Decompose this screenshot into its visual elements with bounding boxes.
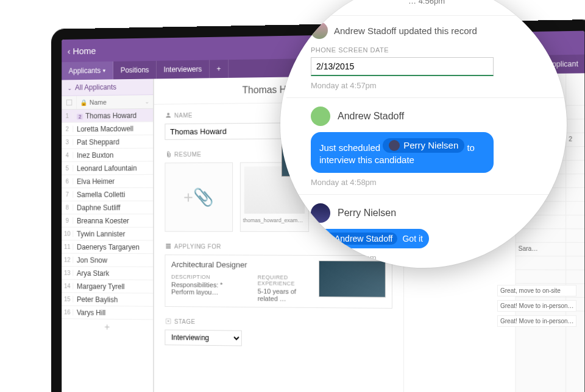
table-row[interactable]: 8Daphne Sutliff (62, 201, 153, 214)
row-index: 14 (62, 282, 73, 289)
person-icon (165, 111, 172, 119)
cell (516, 229, 566, 243)
table-row[interactable]: 12Jon Snow (62, 254, 153, 267)
row-index: 7 (62, 191, 73, 198)
chevron-down-icon: ⌄ (68, 85, 73, 91)
row-name: Leonard Lafountain (73, 164, 153, 172)
author-name: Andrew Stadoff (338, 111, 404, 122)
row-name: 2Thomas Howard (73, 111, 153, 120)
cell (566, 270, 584, 284)
stage-select[interactable]: Interviewing (165, 329, 241, 346)
row-name: Jon Snow (73, 256, 153, 264)
row-index: 10 (62, 231, 73, 237)
cell (566, 92, 584, 106)
row-index: 11 (62, 243, 73, 250)
table-row[interactable]: 2Loretta Macdowell (62, 122, 153, 136)
table-row[interactable]: 16Varys Hill (62, 306, 153, 320)
activity-timestamp: Monday at 4:58pm (311, 178, 542, 187)
table-row[interactable]: 4Inez Buxton (62, 149, 153, 162)
table-row[interactable]: 15Peter Baylish (62, 293, 153, 307)
comment-author-row: Andrew Stadoff (311, 107, 542, 126)
description-label: DESCRIPTION (171, 274, 246, 281)
avatar (389, 140, 400, 151)
attachment-filename: thomas_howard_example_re… (241, 217, 308, 227)
table-row[interactable]: 11Daenerys Targaryen (62, 240, 153, 254)
cell (566, 201, 584, 215)
row-name: Margaery Tyrell (73, 282, 153, 291)
row-index: 1 (62, 113, 73, 119)
linked-record-thumb (319, 261, 386, 298)
mention-chip[interactable]: Perry Nielsen (383, 138, 464, 153)
row-index: 13 (62, 270, 73, 276)
comment-bubble: Just scheduled Perry Nielsen to intervie… (311, 132, 494, 173)
row-name: Tywin Lannister (73, 229, 153, 238)
cell (566, 161, 584, 175)
row-index: 2 (62, 126, 73, 133)
row-name: Inez Buxton (73, 150, 153, 159)
comment-preview: Great, move to on-site (497, 285, 576, 296)
plus-clip-icon: +📎 (183, 187, 214, 207)
table-row[interactable]: 7Samella Colletti (62, 188, 153, 201)
activity-timestamp: Monday at 4:57pm (311, 81, 542, 90)
tab-add[interactable]: + (210, 60, 229, 78)
row-name: Elva Heimer (73, 177, 153, 186)
comment-preview: Great! Move to in-person… (497, 300, 576, 312)
link-icon (165, 242, 172, 250)
cell: 2 (566, 133, 584, 147)
filter-all-applicants[interactable]: ⌄All Applicants (62, 79, 153, 96)
table-row[interactable]: 14Margaery Tyrell (62, 280, 153, 294)
table-header: 🔒 Name ⌄ (62, 95, 153, 110)
row-name: Loretta Macdowell (73, 124, 153, 133)
row-name: Daenerys Targaryen (73, 243, 153, 251)
table-row[interactable]: 5Leonard Lafountain (62, 161, 153, 175)
row-name: Peter Baylish (73, 295, 153, 304)
cell (566, 106, 584, 120)
cell (516, 270, 566, 284)
row-index: 6 (62, 178, 73, 185)
table-row[interactable]: 3Pat Sheppard (62, 135, 153, 149)
back-home[interactable]: ‹ Home (68, 45, 96, 55)
table-row[interactable]: 12Thomas Howard (62, 109, 153, 123)
obscured-column-b: 2 (566, 73, 584, 392)
comment-author-row: Perry Nielsen (311, 203, 542, 223)
row-index: 15 (62, 296, 73, 303)
row-name: Breanna Koester (73, 217, 153, 225)
add-row[interactable]: + (62, 319, 153, 335)
obscured-comments: Great, move to on-site Great! Move to in… (497, 285, 576, 327)
field-label-phone-screen: PHONE SCREEN DATE (311, 46, 542, 54)
avatar (311, 107, 330, 126)
cell (516, 256, 566, 270)
row-name: Daphne Sutliff (73, 203, 153, 212)
phone-screen-date-input[interactable] (311, 57, 494, 76)
table-row[interactable]: 13Arya Stark (62, 267, 153, 280)
chevron-down-icon: ⌄ (145, 99, 150, 105)
cell (566, 215, 584, 229)
row-index: 5 (62, 165, 73, 172)
tab-applicants[interactable]: Applicants▾ (62, 61, 113, 80)
select-icon (165, 318, 172, 325)
author-name: Perry Nielsen (338, 208, 396, 219)
row-index: 3 (62, 139, 73, 145)
tab-interviewers[interactable]: Interviewers (157, 60, 210, 79)
field-label-stage: STAGE (165, 318, 392, 327)
row-index: 8 (62, 205, 73, 211)
cell (566, 243, 584, 257)
partial-timestamp: … 4:56pm (311, 0, 542, 9)
add-attachment[interactable]: +📎 (165, 163, 233, 232)
cell (566, 119, 584, 133)
row-name: Samella Colletti (73, 190, 153, 198)
row-index: 9 (62, 217, 73, 224)
description-value: Responsibilities: * Perform layou… (171, 281, 246, 296)
experience-value: 5-10 years of related … (258, 287, 309, 303)
linked-record[interactable]: Architectural Designer DESCRIPTION Respo… (165, 254, 392, 309)
tab-positions[interactable]: Positions (113, 61, 157, 79)
table-row[interactable]: 9Breanna Koester (62, 214, 153, 228)
checkbox-header[interactable] (62, 96, 77, 110)
row-badge: 2 (77, 113, 83, 119)
table-row[interactable]: 6Elva Heimer (62, 175, 153, 188)
cell (566, 188, 584, 202)
cell (566, 147, 584, 161)
activity-update: Andrew Stadoff updated this record (311, 22, 542, 39)
table-row[interactable]: 10Tywin Lannister (62, 228, 153, 241)
column-name[interactable]: 🔒 Name ⌄ (77, 95, 153, 109)
